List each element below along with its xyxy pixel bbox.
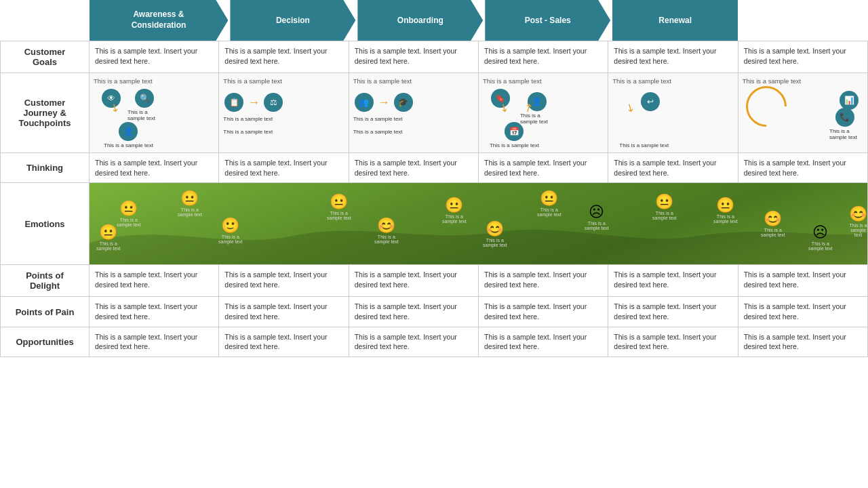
emoji-3: 🙂 xyxy=(221,217,239,234)
header-row: Awareness & Consideration Decision Onboa… xyxy=(1,0,868,41)
goals-awareness: This is a sample text. Insert your desir… xyxy=(90,41,219,73)
goals-postsales: This is a sample text. Insert your desir… xyxy=(478,41,608,73)
emoji-8: 😊 xyxy=(486,220,504,237)
icon-people: 👥 xyxy=(355,93,374,112)
icon-undo: ↩ xyxy=(641,92,660,111)
journey-postsales2-text1: This is a sample text xyxy=(612,77,733,85)
emoji-15: 😊 xyxy=(849,205,867,222)
journey-postsales2-label: This is a sample text xyxy=(619,142,669,148)
goals-renewal: This is a sample text. Insert your desir… xyxy=(738,41,867,73)
label-emotions: Emotions xyxy=(1,183,90,265)
header-renewal-label: Renewal xyxy=(658,16,692,25)
journey-postsales-label2: This is a sample text xyxy=(490,142,539,148)
journey-awareness-text1: This is a sample text xyxy=(94,77,214,85)
emoji-9: 😐 xyxy=(540,190,558,207)
opp-postsales2: This is a sample text. Insert your desir… xyxy=(608,327,738,357)
emotion-6-label: This is asample text xyxy=(374,235,399,244)
arrow3: → xyxy=(378,96,390,110)
label-delight: Points ofDelight xyxy=(1,265,90,297)
emotion-9-label: This is asample text xyxy=(537,207,561,217)
journey-postsales-text1: This is a sample text xyxy=(483,77,604,85)
arrow2: → xyxy=(248,96,260,110)
renewal-circle xyxy=(737,78,795,136)
header-awareness: Awareness & Consideration xyxy=(90,0,229,41)
delight-decision: This is a sample text. Insert your desir… xyxy=(219,265,349,297)
emoji-7: 😐 xyxy=(445,197,463,214)
icon-map: 📋 xyxy=(224,93,243,112)
icon-grad: 🎓 xyxy=(394,93,413,112)
emotions-row: Emotions 😐 This is asample text 😐 This i… xyxy=(1,183,868,265)
icon-person: 👤 xyxy=(119,122,138,141)
opp-postsales: This is a sample text. Insert your desir… xyxy=(478,327,608,357)
emotion-8-label: This is asample text xyxy=(483,238,507,247)
header-postsales-label: Post - Sales xyxy=(525,16,571,25)
emotion-13-label: This is asample text xyxy=(761,228,785,237)
customer-goals-row: CustomerGoals This is a sample text. Ins… xyxy=(1,41,868,73)
emotion-5-label: This is asample text xyxy=(327,211,351,220)
emotion-15-label: This is asample text xyxy=(849,223,867,237)
emotion-3: 🙂 This is asample text xyxy=(218,217,243,244)
label-thinking: Thinking xyxy=(1,153,90,183)
emotions-background: 😐 This is asample text 😐 This is asample… xyxy=(90,183,867,264)
emotion-13: 😊 This is asample text xyxy=(761,210,785,237)
journey-decision-label2: This is a sample text xyxy=(223,129,344,135)
journey-awareness-label2: This is a sample text xyxy=(104,142,153,148)
emoji-12: 😐 xyxy=(716,197,734,214)
emotion-12: 😐 This is asample text xyxy=(713,197,738,224)
emotion-10-label: This is asample text xyxy=(585,221,609,230)
emotion-5: 😐 This is asample text xyxy=(327,193,351,220)
journey-renewal-text1: This is a sample text xyxy=(743,77,863,85)
header-onboarding-label: Onboarding xyxy=(397,16,443,25)
emotion-3-label: This is asample text xyxy=(218,235,243,244)
emotion-8: 😊 This is asample text xyxy=(483,220,507,247)
emoji-13: 😊 xyxy=(764,210,782,227)
goals-onboarding: This is a sample text. Insert your desir… xyxy=(349,41,478,73)
icon-search: 🔍 xyxy=(135,89,154,108)
journey-decision-label1: This is a sample text xyxy=(223,116,344,122)
journey-decision-text1: This is a sample text xyxy=(223,77,344,85)
journey-row: CustomerJourney &Touchpoints This is a s… xyxy=(1,73,868,153)
emotion-1: 😐 This is asample text xyxy=(117,200,141,227)
label-customer-goals: CustomerGoals xyxy=(1,41,90,73)
thinking-row: Thinking This is a sample text. Insert y… xyxy=(1,153,868,183)
emotion-14: ☹ This is asample text xyxy=(808,224,833,251)
icon-scale: ⚖ xyxy=(264,93,283,112)
emoji-5: 😐 xyxy=(330,193,348,210)
emotion-14-label: This is asample text xyxy=(808,241,833,251)
label-opportunities: Opportunities xyxy=(1,327,90,357)
header-awareness-label: Awareness & Consideration xyxy=(132,9,186,30)
journey-onboarding-label1: This is a sample text xyxy=(353,116,474,122)
pain-postsales: This is a sample text. Insert your desir… xyxy=(478,297,608,327)
thinking-postsales: This is a sample text. Insert your desir… xyxy=(478,153,608,183)
thinking-decision: This is a sample text. Insert your desir… xyxy=(219,153,349,183)
emotion-11-label: This is asample text xyxy=(652,211,677,220)
journey-onboarding: This is a sample text 👥 → 🎓 This is a sa… xyxy=(349,73,478,153)
header-renewal: Renewal xyxy=(612,0,738,41)
opportunities-row: Opportunities This is a sample text. Ins… xyxy=(1,327,868,357)
label-pain: Points of Pain xyxy=(1,297,90,327)
emoji-6: 😊 xyxy=(377,217,395,234)
thinking-renewal: This is a sample text. Insert your desir… xyxy=(738,153,867,183)
thinking-postsales2: This is a sample text. Insert your desir… xyxy=(608,153,738,183)
journey-onboarding-label2: This is a sample text xyxy=(353,129,474,135)
delight-postsales2: This is a sample text. Insert your desir… xyxy=(608,265,738,297)
emotion-11: 😐 This is asample text xyxy=(652,193,677,220)
pain-row: Points of Pain This is a sample text. In… xyxy=(1,297,868,327)
journey-renewal: This is a sample text 📊 📞 This is a samp… xyxy=(738,73,867,153)
journey-awareness-label1: This is a sample text xyxy=(127,109,161,121)
emotion-4-label: This is asample text xyxy=(178,207,202,217)
label-journey: CustomerJourney &Touchpoints xyxy=(1,73,90,153)
icon-calendar: 📅 xyxy=(505,122,524,141)
emotion-9: 😐 This is asample text xyxy=(537,190,561,217)
goals-postsales2: This is a sample text. Insert your desir… xyxy=(608,41,738,73)
emotion-2-label: This is asample text xyxy=(96,241,121,251)
emotion-4: 😐 This is asample text xyxy=(178,190,202,217)
emotions-wave-svg xyxy=(90,207,867,264)
delight-awareness: This is a sample text. Insert your desir… xyxy=(90,265,219,297)
emotion-6: 😊 This is asample text xyxy=(374,217,399,244)
opp-awareness: This is a sample text. Insert your desir… xyxy=(90,327,219,357)
pain-onboarding: This is a sample text. Insert your desir… xyxy=(349,297,478,327)
goals-decision: This is a sample text. Insert your desir… xyxy=(219,41,349,73)
emotion-12-label: This is asample text xyxy=(713,214,738,224)
thinking-onboarding: This is a sample text. Insert your desir… xyxy=(349,153,478,183)
